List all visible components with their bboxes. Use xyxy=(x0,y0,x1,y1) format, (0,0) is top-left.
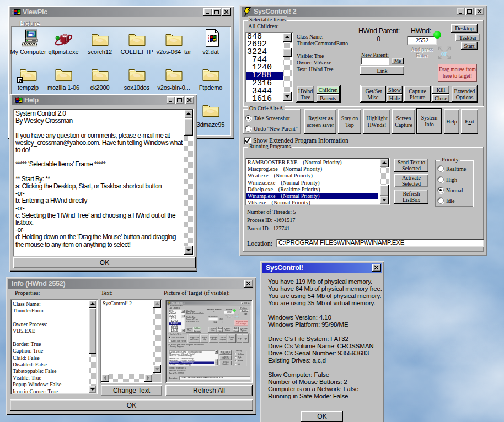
svg-text:or: or xyxy=(235,315,238,318)
svg-text:or: or xyxy=(441,50,448,57)
